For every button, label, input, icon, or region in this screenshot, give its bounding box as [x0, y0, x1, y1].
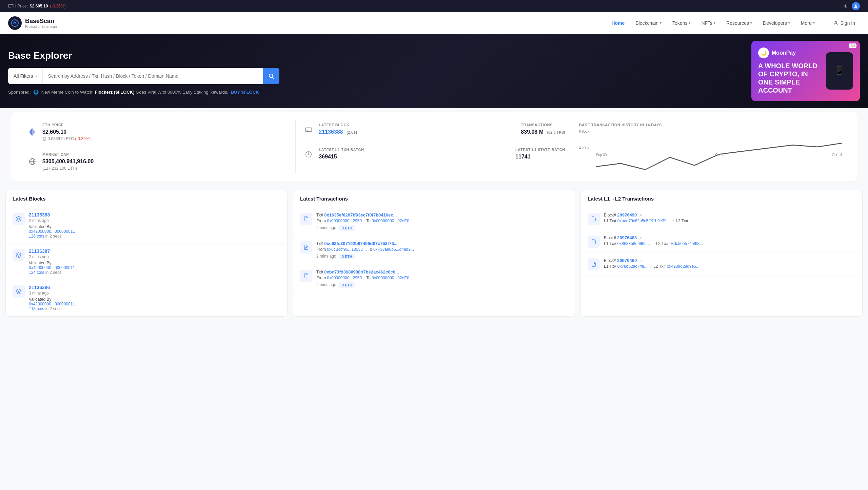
nav-resources[interactable]: Resources ▾ — [722, 18, 757, 29]
tx-info: Tx# 0xc63fc307162b97499d07c753f76... Fro… — [316, 241, 568, 259]
l1-batch-value: 369415 — [319, 154, 364, 160]
tx-to-addr[interactable]: 0x00000000...92eE0... — [372, 219, 413, 223]
logo-sub: Product of Etherscan — [25, 25, 57, 29]
block-info: 21136388 2 mins ago Validated By 0x42000… — [29, 212, 280, 239]
tx-doc-icon — [300, 241, 312, 253]
block-number[interactable]: 21136387 — [29, 248, 50, 254]
main-content: Latest Blocks 21136388 2 mins ago Valida… — [0, 182, 868, 325]
top-bar: ETH Price: $2,605.10 (-0.36%) ☀ — [0, 0, 868, 12]
l1l2-tx-row: L1 Tx# 0x863358ed965... ↗ L2 Tx# 0xdc50e… — [604, 241, 855, 246]
search-button[interactable] — [263, 68, 279, 84]
latest-blocks-header: Latest Blocks — [6, 190, 287, 207]
l1-tx-addr[interactable]: 0x78b52ac7ffa... — [617, 264, 648, 269]
user-avatar[interactable] — [852, 2, 860, 10]
tx-hash-row: Tx# 0x1635ef6207ff93ec7f0f7b0416ec... — [316, 212, 568, 218]
block-txns-link[interactable]: 118 txns — [29, 306, 44, 311]
coin-emoji: 🌐 — [33, 90, 39, 95]
sign-in-button[interactable]: Sign In — [829, 18, 860, 29]
l1-state-label: LATEST L1 STATE BATCH — [515, 148, 565, 152]
external-link-icon: ↗ — [639, 236, 642, 240]
l1l2-block-num[interactable]: 20976490 — [617, 212, 637, 218]
svg-point-0 — [855, 4, 857, 6]
tx-to-addr[interactable]: 0xF33a96b5...d48d2... — [373, 247, 414, 252]
chevron-down-icon: ▾ — [660, 21, 662, 25]
tx-from-addr[interactable]: 0x00000000...2950... — [327, 219, 365, 223]
block-validator-address[interactable]: 0x42000000...000000011 — [29, 302, 75, 306]
logo-text: BaseScan Product of Etherscan — [25, 18, 57, 29]
tx-from-to: From 0x00000000...2950... To 0x00000000.… — [316, 276, 568, 280]
chevron-down-icon: ▾ — [813, 21, 815, 25]
latest-l1l2-header: Latest L1→L2 Transactions — [581, 190, 862, 207]
latest-l1l2-body: Block# 20976490 ↗ L1 Tx# 0xaad79c82b5c5f… — [581, 207, 862, 276]
ad-phone-mockup: 📱 — [826, 52, 853, 90]
table-row: Tx# 0x1635ef6207ff93ec7f0f7b0416ec... Fr… — [293, 207, 575, 236]
l1l2-block-num[interactable]: 20976483 — [617, 235, 637, 240]
moonpay-icon: 🌙 — [758, 48, 769, 58]
l2-tx-addr[interactable]: 0x4239d28d9e5... — [667, 264, 699, 269]
search-input[interactable] — [43, 73, 263, 79]
tx-doc-icon — [300, 270, 312, 282]
block-validator-label: Validated By 0x42000000...000000011 — [29, 224, 280, 234]
l1l2-block-num[interactable]: 20976460 — [617, 258, 637, 263]
tx-hash-row: Tx# 0xbc73fd3980988b7be2ac462c8c0... — [316, 269, 568, 275]
nav-nfts[interactable]: NFTs ▾ — [696, 18, 720, 29]
nav-blockchain[interactable]: Blockchain ▾ — [631, 18, 666, 29]
block-validator-address[interactable]: 0x42000000...000000011 — [29, 265, 75, 270]
l1l2-tx-row: L1 Tx# 0xaad79c82b5c5f9f1b9e39... ↗ L2 T… — [604, 219, 855, 223]
tx-amount: 0 ETH — [339, 225, 355, 231]
transactions-label: TRANSACTIONS — [521, 123, 565, 127]
l1l2-doc-icon — [588, 258, 600, 270]
nav-developers[interactable]: Developers ▾ — [758, 18, 795, 29]
l1l2-doc-icon — [588, 235, 600, 248]
l1-state-info: LATEST L1 STATE BATCH 11741 — [515, 148, 565, 161]
block-cube-icon — [13, 249, 25, 261]
block-number[interactable]: 21136386 — [29, 285, 50, 290]
chart-area: 6 600k 4 200k Sep 30 Oct 7 Oct 14 — [579, 130, 842, 157]
tx-hash[interactable]: 0x1635ef6207ff93ec7f0f7b0416ec... — [324, 212, 397, 218]
theme-toggle-icon[interactable]: ☀ — [843, 3, 848, 10]
tx-hash[interactable]: 0xbc73fd3980988b7be2ac462c8c0... — [324, 269, 399, 275]
block-tx-stat: LATEST BLOCK 21136388 (2.0s) TRANSACTION… — [296, 120, 572, 173]
ad-banner[interactable]: Ad 🌙 MoonPay A WHOLE WORLD OF CRYPTO, IN… — [751, 41, 860, 101]
chevron-down-icon: ▾ — [788, 21, 790, 25]
nav-more[interactable]: More ▾ — [796, 18, 820, 29]
market-cap-info: MARKET CAP $305,400,941,916.00 (117,232,… — [42, 152, 94, 171]
transactions-info: TRANSACTIONS 839.08 M (62.6 TPS) — [521, 123, 565, 136]
tx-from-addr[interactable]: 0x6cBccf95...1853D... — [327, 247, 367, 252]
header: BaseScan Product of Etherscan Home Block… — [0, 12, 868, 34]
eth-price-label: ETH Price: — [8, 4, 28, 8]
table-row: Tx# 0xc63fc307162b97499d07c753f76... Fro… — [293, 236, 575, 264]
table-row: Block# 20976460 ↗ L1 Tx# 0x78b52ac7ffa..… — [581, 253, 862, 276]
sponsored-cta[interactable]: BUY $FLOCK — [231, 90, 259, 95]
nav-tokens[interactable]: Tokens ▾ — [668, 18, 695, 29]
block-cube-icon — [13, 285, 25, 298]
block-txns-info: 124 txns in 2 secs — [29, 270, 280, 275]
l1l2-doc-icon — [588, 213, 600, 225]
logo-name: BaseScan — [25, 18, 57, 25]
l1-tx-addr[interactable]: 0xaad79c82b5c5f9f1b9e39... — [617, 219, 670, 223]
block-txns-link[interactable]: 124 txns — [29, 270, 44, 275]
svg-point-2 — [835, 21, 837, 23]
logo[interactable]: BaseScan Product of Etherscan — [8, 16, 57, 30]
tx-to-addr[interactable]: 0x00000000...92eE0... — [372, 276, 413, 280]
block-validator-label: Validated By 0x42000000...000000011 — [29, 261, 280, 270]
block-number[interactable]: 21136388 — [29, 212, 50, 218]
latest-transactions-title: Latest Transactions — [300, 196, 348, 202]
block-validator-address[interactable]: 0x42000000...000000011 — [29, 229, 75, 234]
latest-blocks-card: Latest Blocks 21136388 2 mins ago Valida… — [5, 190, 288, 317]
tx-from-addr[interactable]: 0x00000000...2950... — [327, 276, 365, 280]
l1l2-info: Block# 20976490 ↗ L1 Tx# 0xaad79c82b5c5f… — [604, 212, 855, 223]
market-cap-eth: (117,232,106 ETH) — [42, 166, 94, 171]
nav-home[interactable]: Home — [607, 18, 629, 29]
filter-dropdown[interactable]: All Filters ▾ — [8, 68, 43, 84]
latest-block-value: 21136388 (2.0s) — [319, 129, 357, 135]
stat-divider-2 — [302, 142, 565, 142]
tx-hash[interactable]: 0xc63fc307162b97499d07c753f76... — [324, 241, 397, 246]
block-txns-link[interactable]: 126 txns — [29, 234, 44, 239]
chart-stat: BASE TRANSACTION HISTORY IN 14 DAYS 6 60… — [572, 120, 849, 173]
l2-tx-addr[interactable]: 0xdc50e574e9f8... — [669, 241, 703, 246]
l1-tx-addr[interactable]: 0x863358ed965... — [617, 241, 650, 246]
latest-block-info: LATEST BLOCK 21136388 (2.0s) — [319, 123, 357, 136]
block-info: 21136386 3 mins ago Validated By 0x42000… — [29, 285, 280, 311]
sponsored-bar: Sponsored: 🌐 New Meme Coin to Watch: Flo… — [8, 90, 300, 95]
